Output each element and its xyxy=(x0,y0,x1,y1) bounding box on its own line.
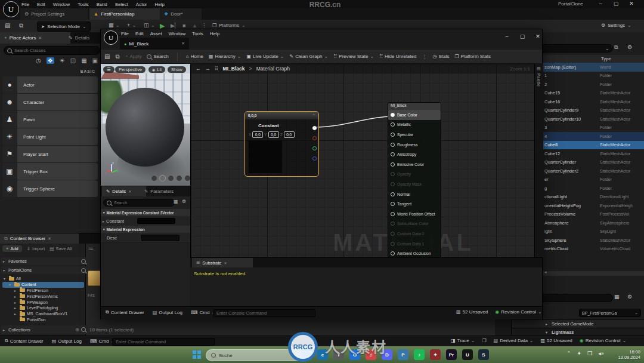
basic-category-icon[interactable]: ❖ xyxy=(47,57,54,64)
tab-place-actors[interactable]: + Place Actors ✕ xyxy=(0,32,70,44)
grid-view-icon[interactable]: ▦ xyxy=(614,294,620,300)
live-update-dropdown[interactable]: ▣Live Update⌄ xyxy=(247,54,284,59)
place-actor-item[interactable]: ♟ Pawn xyxy=(2,111,98,128)
menu-item[interactable]: Edit xyxy=(135,31,144,36)
mode-dropdown-2[interactable]: +⌄ xyxy=(127,22,137,28)
material-input-pin-row[interactable]: Emissive Color xyxy=(388,159,441,170)
maximize-button[interactable]: ▢ xyxy=(611,1,621,7)
desc-input[interactable] xyxy=(141,235,179,241)
taskbar-clock[interactable]: 16:00 13.09.2024 xyxy=(607,349,640,360)
section-material-expression[interactable]: ▾ Material Expression xyxy=(101,226,193,233)
revision-control-dropdown[interactable]: ◉Revision Control⌄ xyxy=(495,309,541,315)
tab-details[interactable]: ✎Details ✕ xyxy=(102,186,146,196)
output-pin[interactable] xyxy=(312,136,317,140)
menu-item[interactable]: File xyxy=(21,2,29,7)
show-dropdown[interactable]: Show xyxy=(168,66,186,73)
filter-icon[interactable]: ≔ xyxy=(88,245,94,251)
volumes-category-icon[interactable]: ▦ xyxy=(81,57,86,64)
search-icon[interactable] xyxy=(81,268,86,273)
close-button[interactable]: ✕ xyxy=(532,33,543,39)
place-actor-item[interactable]: ▣ Trigger Box xyxy=(2,163,98,180)
pin-icon[interactable] xyxy=(391,192,395,196)
close-icon[interactable]: ✕ xyxy=(38,36,42,41)
browse-to-asset-icon[interactable]: ⧉ xyxy=(115,53,119,60)
menu-item[interactable]: Window xyxy=(53,2,70,7)
place-actor-item[interactable]: ◉ Trigger Sphere xyxy=(2,180,98,197)
pin-icon[interactable] xyxy=(391,242,395,246)
pin-icon[interactable] xyxy=(391,162,395,167)
material-input-pin-row[interactable]: World Position Offset xyxy=(388,209,441,219)
cmd-dropdown[interactable]: ⌨Cmd⌄ xyxy=(90,339,114,344)
material-input-pin-row[interactable]: Ambient Occlusion xyxy=(388,248,441,257)
back-icon[interactable]: ← xyxy=(196,66,201,72)
pin-icon[interactable] xyxy=(391,212,395,216)
pin-icon[interactable] xyxy=(391,133,395,137)
platform-stats-button[interactable]: ❒Platform Stats xyxy=(455,54,491,59)
pin-icon[interactable] xyxy=(391,113,395,117)
stats-button[interactable]: ◷Stats xyxy=(432,54,449,59)
material-input-pin-row[interactable]: Roughness xyxy=(388,140,441,150)
unsaved-button[interactable]: ▥52 Unsaved xyxy=(456,309,488,315)
pin-icon[interactable] xyxy=(391,152,395,156)
scroll-left-icon[interactable]: ◂ xyxy=(544,270,547,275)
constant-color-swatch[interactable] xyxy=(137,218,175,224)
save-icon[interactable]: ▤ xyxy=(104,53,110,60)
selection-mode-dropdown[interactable]: ➤ Selection Mode ⌄ xyxy=(37,21,91,32)
menu-item[interactable]: Edit xyxy=(37,2,45,7)
console-input[interactable]: Enter Console Command xyxy=(112,338,215,346)
revision-control-dropdown[interactable]: ◉Revision Control⌄ xyxy=(580,338,626,343)
tab-mi-black[interactable]: ● MI_Black ✕ xyxy=(120,38,189,50)
perspective-dropdown[interactable]: Perspective xyxy=(115,66,145,73)
lit-dropdown[interactable]: ◉Lit xyxy=(148,66,165,73)
microphone-icon[interactable]: ✦ xyxy=(577,350,582,356)
menu-item[interactable]: File xyxy=(121,31,129,36)
volume-icon[interactable]: ◂» xyxy=(598,350,604,356)
mode-dropdown-1[interactable]: ▦⌄ xyxy=(109,22,120,28)
taskbar-app-icon[interactable]: ✦ xyxy=(430,349,441,360)
tray-expand-icon[interactable]: ⌃ xyxy=(566,350,571,356)
material-input-pin-row[interactable]: Normal xyxy=(388,189,441,199)
constant-y-input[interactable]: 0,0 xyxy=(268,131,279,138)
cinematic-category-icon[interactable]: ◫ xyxy=(70,57,76,64)
pin-icon[interactable] xyxy=(391,172,395,176)
material-input-pin-row[interactable]: Custom Data 1 xyxy=(388,239,441,249)
preview-state-dropdown[interactable]: ⠿Preview State⌄ xyxy=(333,54,374,59)
tab-parameters[interactable]: ✎Parameters xyxy=(140,186,193,196)
close-button[interactable]: ✕ xyxy=(626,1,637,7)
palette-tab-label[interactable]: Palette xyxy=(537,73,541,87)
section-constant3vector[interactable]: ▾ Material Expression Constant 3Vector xyxy=(101,209,193,216)
palette-sidebar[interactable]: ▤ Palette xyxy=(534,64,543,257)
constant-node[interactable]: 0,0,0 ⌃ Constant X 0,0 Y 0,0 Z 0,0 xyxy=(244,111,319,177)
eject-button[interactable]: ▲ xyxy=(192,23,197,29)
tab-firstpersonmap[interactable]: ▲ FirstPersonMap xyxy=(89,8,165,20)
preview-shape-cube-icon[interactable] xyxy=(176,175,182,182)
gear-icon[interactable]: ⚙ xyxy=(182,199,186,204)
output-log-button[interactable]: ▤Output Log xyxy=(52,339,82,344)
place-actor-item[interactable]: ● Actor xyxy=(2,76,98,93)
apply-button[interactable]: ◔Apply xyxy=(125,54,142,59)
output-log-button[interactable]: ▤Output Log xyxy=(153,310,182,315)
output-pin[interactable] xyxy=(312,126,317,130)
material-input-pin-row[interactable]: Specular xyxy=(388,130,441,140)
tab-door[interactable]: ❖ Door* xyxy=(160,8,202,20)
close-icon[interactable]: ✕ xyxy=(128,189,131,193)
material-input-pin-row[interactable]: Opacity Mask xyxy=(388,179,441,189)
material-input-pin-row[interactable]: Tangent xyxy=(388,199,441,209)
close-icon[interactable]: ✕ xyxy=(224,261,227,265)
pin-icon[interactable] xyxy=(391,182,395,186)
search-classes-input[interactable]: Search Classes xyxy=(4,46,100,55)
search-icon[interactable] xyxy=(81,259,86,264)
derived-data-dropdown[interactable]: ▤Derived Data⌄ xyxy=(494,338,534,343)
constant-z-input[interactable]: 0,0 xyxy=(284,131,295,138)
taskbar-app-icon[interactable]: ♪ xyxy=(414,349,425,360)
menu-item[interactable]: Asset xyxy=(150,31,162,36)
add-collection-icon[interactable]: ⊕ xyxy=(75,327,79,333)
folder-tree-item[interactable]: PortalGun xyxy=(2,317,84,323)
new-folder-icon[interactable]: ⧉ xyxy=(614,44,618,51)
content-drawer-button[interactable]: ⧉Content Drawer xyxy=(106,309,144,315)
pin-icon[interactable] xyxy=(391,251,395,256)
menu-item[interactable]: Help xyxy=(155,2,165,7)
lightmass-row[interactable]: ▾ Lightmass xyxy=(512,328,644,336)
folder-tree-item[interactable]: ▸ LevelPrototyping xyxy=(2,305,84,311)
preview-shape-plane-icon[interactable] xyxy=(168,175,174,182)
